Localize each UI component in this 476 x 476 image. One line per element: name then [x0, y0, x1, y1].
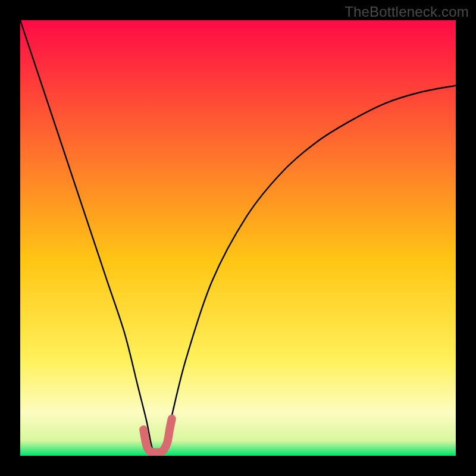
watermark-text: TheBottleneck.com	[345, 4, 469, 20]
chart-frame: TheBottleneck.com	[0, 0, 476, 476]
plot-area	[20, 20, 456, 456]
gradient-background	[20, 20, 456, 456]
chart-svg	[20, 20, 456, 456]
